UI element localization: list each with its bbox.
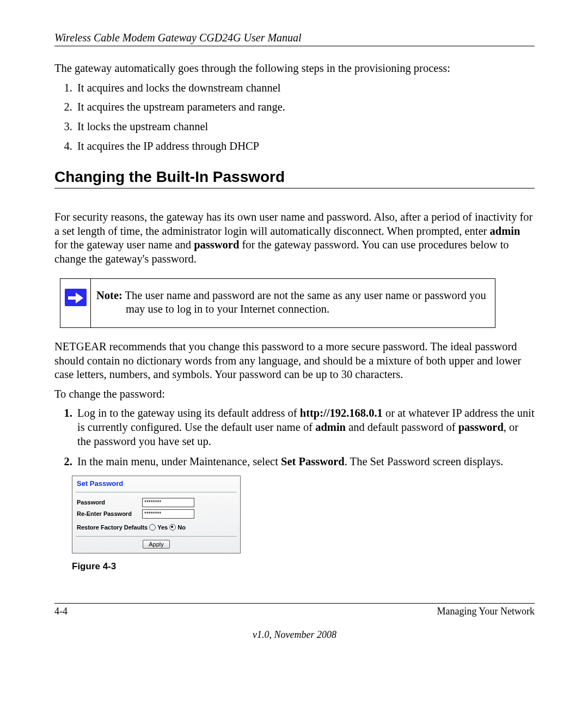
header-title: Wireless Cable Modem Gateway CGD24G User… bbox=[54, 32, 302, 44]
restore-yes-radio[interactable] bbox=[149, 524, 156, 531]
reenter-password-field[interactable]: ******** bbox=[142, 509, 194, 519]
bold-admin: admin bbox=[315, 421, 346, 433]
footer-version: v1.0, November 2008 bbox=[54, 629, 535, 641]
intro-paragraph: The gateway automatically goes through t… bbox=[54, 62, 535, 76]
figure-4-3: Set Password Password ******** Re-Enter … bbox=[72, 476, 535, 553]
text: Log in to the gateway using its default … bbox=[77, 407, 300, 419]
arrow-right-icon bbox=[65, 289, 87, 306]
bold-admin: admin bbox=[489, 225, 520, 237]
section-heading: Changing the Built-In Password bbox=[54, 168, 535, 186]
restore-defaults-label: Restore Factory Defaults bbox=[77, 524, 148, 531]
yes-label: Yes bbox=[157, 524, 168, 531]
note-bold: Note: bbox=[96, 289, 122, 301]
divider bbox=[76, 492, 237, 492]
section-rule bbox=[54, 188, 535, 188]
page-header: Wireless Cable Modem Gateway CGD24G User… bbox=[54, 32, 535, 46]
reenter-password-label: Re-Enter Password bbox=[77, 510, 142, 517]
note-text: Note: The user name and password are not… bbox=[91, 279, 495, 327]
text: The user name and password are not the s… bbox=[122, 289, 486, 301]
page-number: 4-4 bbox=[54, 606, 68, 617]
text: . The Set Password screen displays. bbox=[345, 455, 504, 467]
list-item: It acquires the upstream parameters and … bbox=[75, 100, 535, 114]
netgear-paragraph: NETGEAR recommends that you change this … bbox=[54, 340, 535, 382]
text: for the gateway user name and bbox=[54, 239, 194, 251]
apply-button[interactable]: Apply bbox=[143, 540, 170, 549]
note-icon-cell bbox=[60, 279, 91, 327]
list-item: In the main menu, under Maintenance, sel… bbox=[75, 455, 535, 469]
set-password-panel: Set Password Password ******** Re-Enter … bbox=[72, 476, 241, 553]
text: In the main menu, under Maintenance, sel… bbox=[77, 455, 281, 467]
password-label: Password bbox=[77, 499, 142, 506]
note-box: Note: The user name and password are not… bbox=[60, 278, 495, 328]
text: and default password of bbox=[346, 421, 458, 433]
panel-title: Set Password bbox=[72, 476, 240, 489]
password-field[interactable]: ******** bbox=[142, 498, 194, 507]
bold-password: password bbox=[194, 239, 239, 251]
figure-caption: Figure 4-3 bbox=[72, 561, 535, 572]
bold-set-password: Set Password bbox=[281, 455, 345, 467]
provisioning-steps-list: It acquires and locks the downstream cha… bbox=[54, 81, 535, 154]
list-item: It acquires the IP address through DHCP bbox=[75, 139, 535, 154]
bold-password: password bbox=[458, 421, 504, 433]
list-item: It locks the upstream channel bbox=[75, 120, 535, 134]
bold-url: http://192.168.0.1 bbox=[300, 407, 383, 419]
page-footer: 4-4 Managing Your Network v1.0, November… bbox=[54, 603, 535, 641]
footer-rule bbox=[54, 603, 535, 604]
to-change-label: To change the password: bbox=[54, 387, 535, 401]
footer-section: Managing Your Network bbox=[437, 606, 535, 617]
text: For security reasons, the gateway has it… bbox=[54, 211, 532, 237]
restore-no-radio[interactable] bbox=[169, 524, 176, 531]
list-item: It acquires and locks the downstream cha… bbox=[75, 81, 535, 95]
change-password-steps: Log in to the gateway using its default … bbox=[54, 406, 535, 469]
no-label: No bbox=[177, 524, 186, 531]
security-paragraph: For security reasons, the gateway has it… bbox=[54, 210, 535, 266]
list-item: Log in to the gateway using its default … bbox=[75, 406, 535, 448]
text: may use to log in to your Internet conne… bbox=[96, 302, 486, 317]
